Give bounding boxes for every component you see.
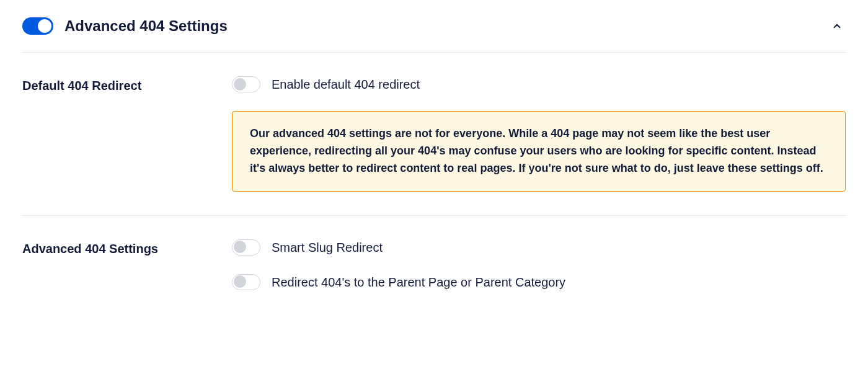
redirect-to-parent-toggle[interactable]: [232, 274, 260, 290]
section-advanced-404-settings: Advanced 404 Settings Smart Slug Redirec…: [22, 216, 846, 314]
toggle-knob: [234, 78, 246, 91]
toggle-knob: [38, 19, 51, 33]
enable-default-404-redirect-toggle[interactable]: [232, 76, 260, 92]
chevron-up-icon: [831, 20, 843, 32]
smart-slug-redirect-toggle[interactable]: [232, 239, 260, 256]
advanced-404-master-toggle[interactable]: [22, 17, 53, 35]
section-label-advanced-settings: Advanced 404 Settings: [22, 239, 232, 290]
collapse-button[interactable]: [828, 17, 846, 35]
panel-title: Advanced 404 Settings: [64, 19, 228, 33]
toggle-knob: [234, 275, 246, 288]
panel-header: Advanced 404 Settings: [22, 17, 846, 53]
section-label-default-redirect: Default 404 Redirect: [22, 76, 232, 192]
redirect-to-parent-label: Redirect 404's to the Parent Page or Par…: [272, 276, 565, 288]
smart-slug-redirect-label: Smart Slug Redirect: [272, 241, 383, 254]
toggle-knob: [234, 241, 246, 253]
section-default-404-redirect: Default 404 Redirect Enable default 404 …: [22, 53, 846, 216]
warning-message: Our advanced 404 settings are not for ev…: [232, 111, 846, 192]
enable-default-404-redirect-label: Enable default 404 redirect: [272, 78, 420, 91]
